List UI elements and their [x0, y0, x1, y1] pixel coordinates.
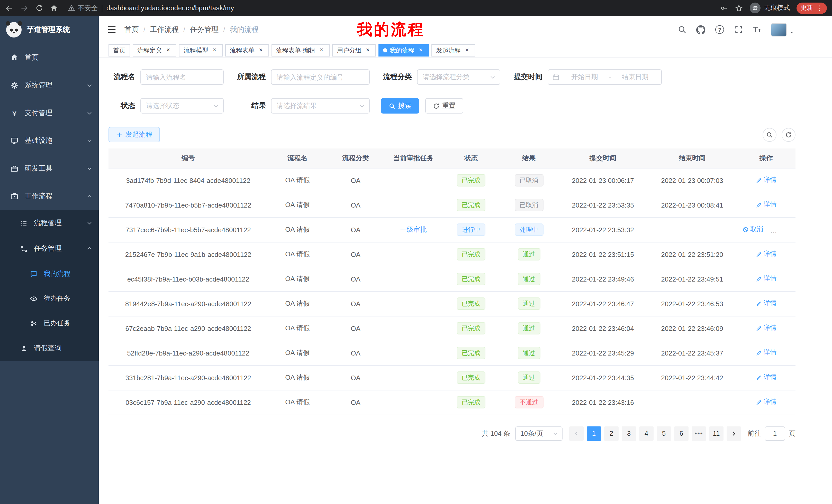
browser-menu-icon[interactable]: ⋮: [816, 5, 823, 11]
detail-link[interactable]: 详情: [756, 348, 777, 357]
page-button-1[interactable]: 1: [587, 426, 601, 441]
tab-流程表单-编辑[interactable]: 流程表单-编辑×: [271, 44, 330, 57]
tab-close-icon[interactable]: ×: [364, 47, 371, 54]
user-menu[interactable]: [771, 23, 795, 36]
tab-流程表单[interactable]: 流程表单×: [225, 44, 269, 57]
back-icon[interactable]: [5, 4, 14, 12]
sidebar-item-infra[interactable]: 基础设施: [0, 127, 99, 155]
edit-icon: [756, 325, 762, 331]
detail-link[interactable]: 详情: [756, 398, 777, 407]
tab-close-icon[interactable]: ×: [463, 47, 470, 54]
cell-category: OA: [327, 390, 384, 415]
sidebar-item-home[interactable]: 首页: [0, 44, 99, 72]
page-button-11[interactable]: 11: [709, 426, 724, 441]
detail-link[interactable]: 详情: [756, 324, 777, 333]
sidebar-item-workflow[interactable]: 工作流程: [0, 183, 99, 210]
process-def-input[interactable]: [271, 69, 370, 85]
page-button-5[interactable]: 5: [657, 426, 671, 441]
result-badge: 已取消: [515, 174, 543, 187]
incognito-indicator: 无痕模式: [750, 3, 790, 13]
tab-close-icon[interactable]: ×: [211, 47, 218, 54]
sidebar-item-system[interactable]: 系统管理: [0, 72, 99, 99]
cancel-link[interactable]: 取消: [743, 225, 763, 234]
site-security-warning[interactable]: 不安全: [68, 3, 98, 12]
tab-close-icon[interactable]: ×: [417, 47, 424, 54]
tab-首页[interactable]: 首页: [108, 44, 130, 57]
pager-more-button[interactable]: •••: [692, 426, 706, 441]
bookmark-star-icon[interactable]: [735, 4, 743, 12]
breadcrumb-separator: /: [144, 26, 145, 33]
cell-submit-time: 2022-01-22 23:46:04: [558, 316, 647, 341]
status-select[interactable]: 请选择状态: [140, 98, 224, 114]
reload-icon[interactable]: [35, 4, 43, 12]
breadcrumb-task-mgmt[interactable]: 任务管理: [190, 25, 219, 34]
help-icon[interactable]: ?: [715, 25, 724, 34]
sidebar-item-leave-query[interactable]: 请假查询: [0, 335, 99, 361]
sidebar-item-label: 支付管理: [25, 108, 86, 118]
forward-icon[interactable]: [20, 4, 28, 12]
toolbar-right: [762, 128, 796, 142]
detail-link[interactable]: 详情: [756, 250, 777, 259]
address-bar[interactable]: 不安全 dashboard.yudao.iocoder.cn/bpm/task/…: [68, 3, 713, 12]
page-button-3[interactable]: 3: [622, 426, 636, 441]
page-button-4[interactable]: 4: [639, 426, 654, 441]
breadcrumb-home[interactable]: 首页: [125, 25, 139, 34]
cell-category: OA: [327, 168, 384, 193]
sidebar-item-payment[interactable]: ¥ 支付管理: [0, 99, 99, 127]
table-row: ec45f38f-7b9a-11ec-b03b-acde48001122OA 请…: [108, 267, 796, 291]
search-button[interactable]: 搜索: [381, 98, 419, 114]
font-size-icon[interactable]: TT: [753, 25, 761, 34]
fullscreen-icon[interactable]: [734, 25, 743, 34]
page-button-6[interactable]: 6: [674, 426, 688, 441]
tab-close-icon[interactable]: ×: [164, 47, 172, 54]
detail-link[interactable]: 详情: [756, 275, 777, 283]
prev-page-button[interactable]: [569, 426, 583, 441]
breadcrumb-workflow[interactable]: 工作流程: [150, 25, 179, 34]
app-logo[interactable]: 芋道管理系统: [0, 16, 99, 44]
status-badge: 已完成: [457, 322, 486, 334]
github-icon[interactable]: [696, 25, 705, 34]
refresh-table-button[interactable]: [782, 128, 796, 142]
page-button-2[interactable]: 2: [604, 426, 619, 441]
browser-update-button[interactable]: 更新 ⋮: [797, 2, 827, 13]
sidebar-item-todo-tasks[interactable]: 待办任务: [0, 286, 99, 311]
create-process-button[interactable]: 发起流程: [108, 127, 160, 142]
date-range-picker[interactable]: 开始日期 - 结束日期: [548, 69, 662, 85]
tab-close-icon[interactable]: ×: [257, 47, 264, 54]
detail-link[interactable]: 详情: [756, 299, 777, 308]
reset-button[interactable]: 重置: [425, 98, 463, 114]
sidebar-item-task-mgmt[interactable]: 任务管理: [0, 236, 99, 261]
sidebar-item-my-process[interactable]: 我的流程: [0, 261, 99, 286]
cell-current-task: [384, 168, 443, 193]
sidebar-item-devtools[interactable]: 研发工具: [0, 155, 99, 183]
home-browser-icon[interactable]: [50, 4, 58, 12]
current-task-link[interactable]: 一级审批: [400, 225, 427, 234]
goto-page-input[interactable]: [765, 426, 785, 441]
tab-流程定义[interactable]: 流程定义×: [133, 44, 176, 57]
tab-用户分组[interactable]: 用户分组×: [332, 44, 376, 57]
detail-link[interactable]: 详情: [756, 201, 777, 209]
category-select[interactable]: 请选择流程分类: [417, 69, 500, 85]
detail-link[interactable]: 详情: [756, 176, 777, 185]
tab-发起流程[interactable]: 发起流程×: [432, 44, 475, 57]
toggle-search-button[interactable]: [762, 128, 777, 142]
tab-close-icon[interactable]: ×: [318, 47, 325, 54]
url-text[interactable]: dashboard.yudao.iocoder.cn/bpm/task/my: [106, 4, 234, 12]
hamburger-icon[interactable]: [107, 25, 117, 34]
start-date-placeholder[interactable]: 开始日期: [563, 73, 607, 82]
tab-流程模型[interactable]: 流程模型×: [179, 44, 223, 57]
end-date-placeholder[interactable]: 结束日期: [613, 73, 657, 82]
sidebar-item-done-tasks[interactable]: 已办任务: [0, 311, 99, 335]
cell-current-task: 一级审批: [384, 217, 443, 242]
sidebar-item-process-mgmt[interactable]: 流程管理: [0, 210, 99, 236]
briefcase-icon: [10, 192, 19, 200]
search-icon[interactable]: [677, 25, 686, 34]
process-name-input[interactable]: [140, 69, 224, 85]
avatar[interactable]: [771, 23, 787, 36]
detail-link[interactable]: 详情: [756, 373, 777, 382]
page-size-select[interactable]: 10条/页: [515, 426, 563, 441]
tab-我的流程[interactable]: 我的流程×: [379, 44, 429, 57]
next-page-button[interactable]: [727, 426, 741, 441]
password-key-icon[interactable]: [720, 4, 728, 12]
result-select[interactable]: 请选择流结果: [271, 98, 370, 114]
